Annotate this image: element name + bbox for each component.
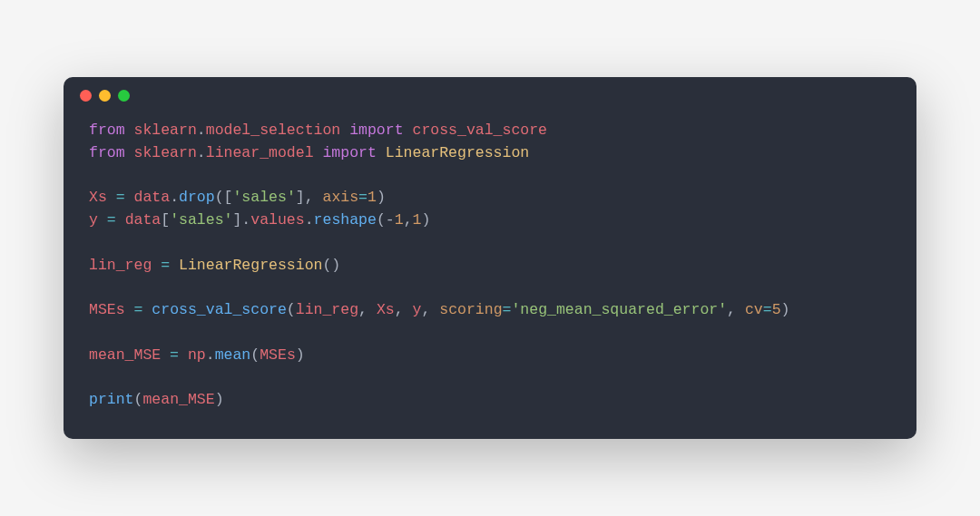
code-token: y [413,301,422,318]
code-token: . [170,189,179,206]
code-token: np [188,346,206,364]
code-token: mean_MSE [142,391,214,408]
code-line: lin_reg = LinearRegression() [89,255,891,277]
code-token: 1 [413,211,422,229]
code-token: . [197,144,206,161]
code-token: sklearn [134,144,197,161]
code-line: mean_MSE = np.mean(MSEs) [89,345,891,367]
code-token: mean_MSE [89,346,161,364]
code-line: print(mean_MSE) [89,389,891,412]
close-icon[interactable] [80,90,92,102]
code-line [89,232,891,255]
code-token: cross_val_score [412,122,547,139]
code-token: ( [250,346,260,364]
code-token: sklearn [134,122,197,139]
code-token: Xs [377,301,395,318]
code-token: 1 [368,189,377,206]
code-token: import [314,144,386,161]
code-token: mean [215,346,251,364]
code-token: ) [781,301,790,318]
code-line: y = data['sales'].values.reshape(-1,1) [89,209,891,232]
code-token: , [404,211,413,229]
code-token: = [161,346,188,364]
code-line: MSEs = cross_val_score(lin_reg, Xs, y, s… [89,299,891,322]
code-token: 1 [395,211,404,229]
code-token: ( [287,301,296,318]
code-token: linear_model [206,144,314,161]
code-token: model_selection [206,122,341,139]
code-token: LinearRegression [179,257,322,274]
code-line [89,165,891,188]
code-token: . [197,122,206,139]
code-token: = [125,301,152,318]
code-token: 'neg_mean_squared_error' [511,301,727,318]
code-token: = [152,257,179,274]
code-token: ) [377,189,386,206]
code-token: axis [323,189,359,206]
code-line: Xs = data.drop(['sales'], axis=1) [89,187,891,209]
code-token: cv [745,301,763,318]
code-line [89,366,891,389]
code-token: ) [296,346,305,364]
code-token: scoring [439,301,502,318]
code-token: MSEs [89,301,125,318]
code-token: MSEs [260,346,296,364]
code-line [89,277,891,299]
code-token: Xs [89,189,107,206]
code-token: = [358,189,368,206]
code-token: ] [232,211,241,229]
code-token: data [125,211,162,229]
window-titlebar [64,77,916,102]
code-token: . [305,211,314,229]
code-token: 'sales' [232,189,295,206]
code-token: , [727,301,745,318]
code-token: reshape [314,211,377,229]
code-token: ], [296,189,323,206]
code-token: from [89,122,134,139]
code-token: = [107,189,134,206]
code-token: drop [179,189,215,206]
code-token: = [763,301,772,318]
code-token: data [134,189,171,206]
code-token: print [89,391,134,408]
code-token: = [98,211,125,229]
code-token: y [89,211,98,229]
code-line: from sklearn.linear_model import LinearR… [89,142,891,165]
code-token: 'sales' [170,211,232,229]
code-token: , [395,301,413,318]
code-token: = [503,301,512,318]
code-token: cross_val_score [152,301,287,318]
code-token: 5 [772,301,781,318]
code-block: from sklearn.model_selection import cros… [64,102,916,439]
code-token: . [206,346,215,364]
code-line: from sklearn.model_selection import cros… [89,120,891,142]
code-token: (- [377,211,395,229]
code-token: import [340,122,412,139]
minimize-icon[interactable] [99,90,111,102]
code-token: ) [215,391,224,408]
code-token: from [89,144,134,161]
code-token: LinearRegression [386,144,529,161]
code-token: () [322,257,340,274]
code-token: [ [161,211,170,229]
code-token: lin_reg [296,301,358,318]
code-token: , [421,301,439,318]
code-token: ([ [215,189,233,206]
code-token: values [250,211,304,229]
code-token: , [358,301,377,318]
code-token: lin_reg [89,257,152,274]
maximize-icon[interactable] [118,90,130,102]
code-token: ) [421,211,430,229]
code-token: ( [134,391,143,408]
code-window: from sklearn.model_selection import cros… [64,77,916,439]
code-line [89,322,891,345]
code-token: . [241,211,250,229]
